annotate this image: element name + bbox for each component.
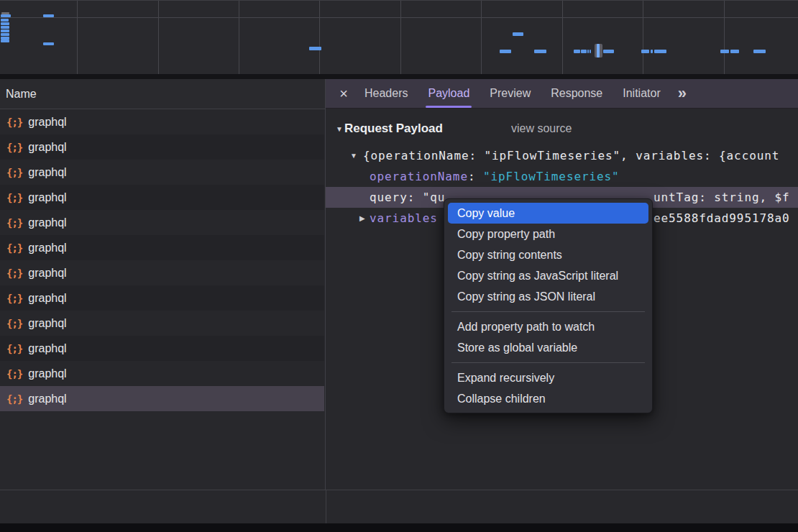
more-tabs-icon[interactable]: » xyxy=(678,86,687,101)
request-row[interactable]: {;}graphql xyxy=(0,386,324,411)
section-title: Request Payload xyxy=(344,121,443,136)
detail-tabs: HeadersPayloadPreviewResponseInitiator xyxy=(354,79,671,108)
property-value-string: "ipFlowTimeseries" xyxy=(483,170,620,183)
request-name: graphql xyxy=(28,367,66,380)
grid-line xyxy=(481,1,482,74)
waterfall-bar xyxy=(513,32,523,36)
tab-preview[interactable]: Preview xyxy=(480,79,540,108)
waterfall-bar xyxy=(590,50,591,53)
waterfall-bar xyxy=(500,50,511,53)
name-column-header[interactable]: Name xyxy=(0,79,325,109)
json-request-icon: {;} xyxy=(6,217,22,229)
request-payload-section-header[interactable]: ▼ Request Payload view source xyxy=(326,119,798,138)
request-row[interactable]: {;}graphql xyxy=(0,361,324,386)
menu-item-store-as-global-variable[interactable]: Store as global variable xyxy=(444,337,652,358)
waterfall-bar xyxy=(753,50,766,53)
json-request-icon: {;} xyxy=(6,318,22,329)
tab-initiator[interactable]: Initiator xyxy=(613,79,669,108)
panel-divider xyxy=(326,490,326,523)
waterfall-bar xyxy=(1,19,9,22)
waterfall-bar xyxy=(651,50,653,53)
chevron-down-icon[interactable]: ▼ xyxy=(350,145,357,166)
property-key: operationName xyxy=(370,170,468,183)
property-key: variables xyxy=(370,211,438,225)
json-request-icon: {;} xyxy=(6,267,22,279)
request-name: graphql xyxy=(28,267,66,280)
menu-item-copy-string-contents[interactable]: Copy string contents xyxy=(444,244,652,265)
grid-line xyxy=(77,1,78,74)
request-row[interactable]: {;}graphql xyxy=(0,109,324,134)
tab-response[interactable]: Response xyxy=(541,79,612,108)
context-menu: Copy valueCopy property pathCopy string … xyxy=(444,198,653,413)
menu-item-copy-string-as-json-literal[interactable]: Copy string as JSON literal xyxy=(444,286,652,307)
property-value-fragment: untTag: string, $f xyxy=(653,187,790,208)
request-row[interactable]: {;}graphql xyxy=(0,134,324,160)
menu-item-expand-recursively[interactable]: Expand recursively xyxy=(444,367,652,388)
menu-item-collapse-children[interactable]: Collapse children xyxy=(444,388,652,409)
waterfall-bar xyxy=(720,50,729,53)
waterfall-bar xyxy=(1,14,11,17)
network-overview-strip[interactable] xyxy=(0,0,798,74)
request-row[interactable]: {;}graphql xyxy=(0,185,324,210)
grid-line xyxy=(0,17,798,18)
waterfall-bar xyxy=(43,14,54,17)
close-icon[interactable]: × xyxy=(333,86,354,101)
menu-separator xyxy=(451,311,645,312)
request-row[interactable]: {;}graphql xyxy=(0,285,324,311)
menu-separator xyxy=(451,362,645,363)
menu-item-add-property-path-to-watch[interactable]: Add property path to watch xyxy=(444,316,652,337)
json-request-icon: {;} xyxy=(6,167,22,178)
request-rows: {;}graphql{;}graphql{;}graphql{;}graphql… xyxy=(0,109,324,490)
json-request-icon: {;} xyxy=(6,343,22,354)
grid-line xyxy=(562,1,563,74)
tab-headers[interactable]: Headers xyxy=(355,79,417,108)
waterfall-bar xyxy=(1,33,9,36)
json-request-icon: {;} xyxy=(6,192,22,203)
waterfall-bar xyxy=(603,50,614,53)
waterfall-bar xyxy=(309,47,321,50)
network-summary-bar xyxy=(0,490,798,523)
bottom-edge-bar xyxy=(0,523,798,532)
waterfall-bar xyxy=(641,50,649,53)
request-name: graphql xyxy=(28,166,66,179)
request-row[interactable]: {;}graphql xyxy=(0,210,324,235)
menu-item-copy-string-as-javascript-literal[interactable]: Copy string as JavaScript literal xyxy=(444,265,652,286)
menu-item-copy-property-path[interactable]: Copy property path xyxy=(444,224,652,244)
json-request-icon: {;} xyxy=(6,116,22,128)
json-request-icon: {;} xyxy=(6,393,22,405)
detail-tab-bar: × HeadersPayloadPreviewResponseInitiator… xyxy=(326,79,798,109)
operation-name-row[interactable]: operationName: "ipFlowTimeseries" xyxy=(326,166,798,187)
menu-item-copy-value[interactable]: Copy value xyxy=(448,203,648,224)
view-source-link[interactable]: view source xyxy=(511,122,572,135)
json-request-icon: {;} xyxy=(6,368,22,380)
waterfall-bar xyxy=(1,40,9,42)
grid-line xyxy=(643,1,643,74)
overview-separator xyxy=(0,74,798,79)
name-column-label: Name xyxy=(6,88,37,100)
request-name: graphql xyxy=(28,216,66,229)
grid-line xyxy=(724,1,725,74)
request-row[interactable]: {;}graphql xyxy=(0,336,324,361)
chevron-right-icon[interactable]: ▶ xyxy=(359,208,365,229)
chevron-down-icon[interactable]: ▼ xyxy=(336,125,343,133)
waterfall-bar xyxy=(730,50,739,53)
request-row[interactable]: {;}graphql xyxy=(0,311,324,336)
request-list-panel: Name {;}graphql{;}graphql{;}graphql{;}gr… xyxy=(0,79,326,490)
request-name: graphql xyxy=(28,191,66,204)
waterfall-bar xyxy=(1,22,9,25)
payload-preview-text: {operationName: "ipFlowTimeseries", vari… xyxy=(363,145,779,166)
key-separator: : xyxy=(468,170,483,183)
request-name: graphql xyxy=(28,393,66,405)
waterfall-bar xyxy=(43,42,54,45)
payload-root-row[interactable]: ▼ {operationName: "ipFlowTimeseries", va… xyxy=(326,145,798,166)
request-row[interactable]: {;}graphql xyxy=(0,260,324,285)
request-name: graphql xyxy=(28,342,66,355)
json-request-icon: {;} xyxy=(6,293,22,304)
request-row[interactable]: {;}graphql xyxy=(0,160,324,185)
waterfall-bar xyxy=(1,29,9,32)
json-request-icon: {;} xyxy=(6,242,22,254)
tab-payload[interactable]: Payload xyxy=(418,79,479,108)
request-row[interactable]: {;}graphql xyxy=(0,235,324,260)
devtools-network-panel: Name {;}graphql{;}graphql{;}graphql{;}gr… xyxy=(0,0,798,532)
request-name: graphql xyxy=(28,317,66,330)
